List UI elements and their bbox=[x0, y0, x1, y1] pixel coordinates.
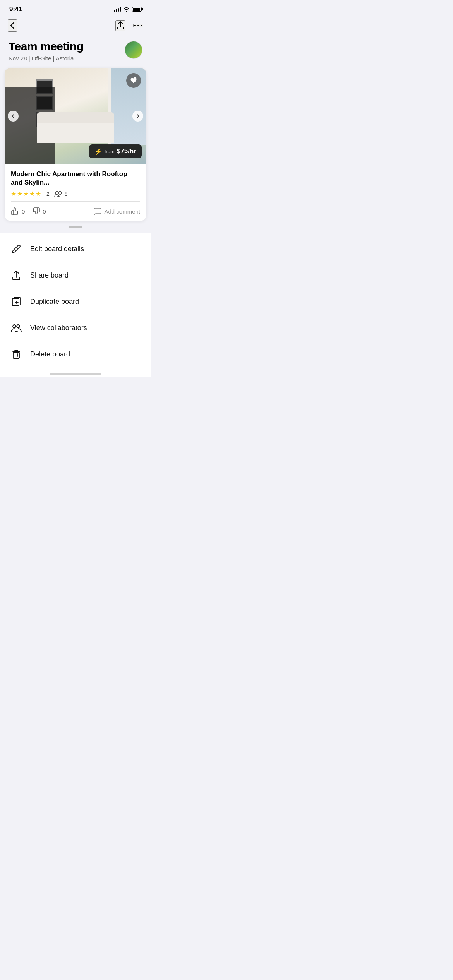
nav-bar bbox=[0, 16, 151, 36]
thumbs-down-button[interactable]: 0 bbox=[32, 207, 46, 216]
back-button[interactable] bbox=[8, 19, 17, 32]
status-bar: 9:41 bbox=[0, 0, 151, 16]
status-time: 9:41 bbox=[9, 5, 22, 13]
image-prev-button[interactable] bbox=[8, 111, 19, 122]
header-text: Team meeting Nov 28 | Off-Site | Astoria bbox=[9, 39, 84, 62]
venue-info: Modern Chic Apartment with Rooftop and S… bbox=[5, 164, 146, 201]
page-title: Team meeting bbox=[9, 39, 84, 53]
vote-actions: 0 0 bbox=[11, 207, 46, 216]
review-count: 2 bbox=[46, 191, 50, 197]
add-comment-button[interactable]: Add comment bbox=[93, 207, 140, 216]
svg-point-1 bbox=[137, 25, 139, 26]
menu-collaborators-label: View collaborators bbox=[30, 324, 87, 332]
thumbs-up-count: 0 bbox=[22, 208, 25, 215]
signal-icon bbox=[114, 7, 121, 12]
nav-actions bbox=[115, 20, 143, 31]
thumbs-down-icon bbox=[32, 207, 40, 216]
menu-item-edit[interactable]: Edit board details bbox=[0, 236, 151, 262]
capacity: 8 bbox=[54, 191, 68, 197]
nav-more-button[interactable] bbox=[133, 24, 143, 27]
menu-item-duplicate[interactable]: Duplicate board bbox=[0, 288, 151, 315]
nav-share-button[interactable] bbox=[115, 20, 125, 31]
svg-point-3 bbox=[55, 191, 58, 194]
menu-item-delete[interactable]: Delete board bbox=[0, 341, 151, 367]
page-header: Team meeting Nov 28 | Off-Site | Astoria bbox=[0, 36, 151, 68]
price-prefix: from bbox=[105, 149, 115, 154]
venue-meta: ★★★★★ 2 8 bbox=[11, 190, 140, 197]
venue-title: Modern Chic Apartment with Rooftop and S… bbox=[11, 170, 140, 187]
svg-point-6 bbox=[13, 325, 16, 328]
capacity-icon bbox=[54, 191, 63, 197]
avatar[interactable] bbox=[125, 41, 142, 59]
svg-point-0 bbox=[134, 25, 136, 26]
wifi-icon bbox=[123, 7, 130, 12]
thumbs-up-button[interactable]: 0 bbox=[11, 207, 25, 216]
image-next-button[interactable] bbox=[132, 111, 143, 122]
comment-icon bbox=[93, 207, 101, 216]
scroll-pill bbox=[69, 226, 82, 228]
venue-image: ⚡ from $75/hr bbox=[5, 68, 146, 164]
svg-point-7 bbox=[17, 325, 20, 328]
menu-item-collaborators[interactable]: View collaborators bbox=[0, 315, 151, 341]
favorite-button[interactable] bbox=[126, 73, 141, 88]
add-comment-label: Add comment bbox=[104, 208, 140, 215]
collaborators-icon bbox=[11, 322, 22, 333]
menu-item-share[interactable]: Share board bbox=[0, 262, 151, 288]
page-subtitle: Nov 28 | Off-Site | Astoria bbox=[9, 55, 84, 62]
menu-edit-label: Edit board details bbox=[30, 245, 84, 253]
share-up-icon bbox=[11, 270, 22, 281]
home-indicator bbox=[0, 370, 151, 377]
duplicate-icon bbox=[11, 296, 22, 307]
bottom-sheet-menu: Edit board details Share board Duplicate… bbox=[0, 233, 151, 370]
scroll-indicator bbox=[0, 224, 151, 229]
thumbs-up-icon bbox=[11, 207, 19, 216]
vote-row: 0 0 Add comment bbox=[5, 202, 146, 221]
star-rating: ★★★★★ bbox=[11, 190, 41, 197]
menu-share-label: Share board bbox=[30, 271, 69, 279]
capacity-value: 8 bbox=[65, 191, 68, 197]
lightning-icon: ⚡ bbox=[94, 148, 102, 155]
svg-point-2 bbox=[141, 25, 142, 26]
trash-icon bbox=[11, 349, 22, 360]
thumbs-down-count: 0 bbox=[43, 208, 46, 215]
decorative-sofa bbox=[37, 120, 114, 143]
battery-icon bbox=[132, 7, 142, 12]
price-badge: ⚡ from $75/hr bbox=[89, 144, 142, 158]
svg-rect-8 bbox=[13, 352, 19, 358]
pencil-icon bbox=[11, 243, 22, 254]
menu-duplicate-label: Duplicate board bbox=[30, 298, 79, 306]
menu-delete-label: Delete board bbox=[30, 350, 70, 358]
venue-card: ⚡ from $75/hr Modern Chic Apartment with… bbox=[5, 68, 146, 221]
home-bar bbox=[50, 373, 101, 375]
svg-point-4 bbox=[58, 191, 61, 194]
status-icons bbox=[114, 7, 142, 12]
price-value: $75/hr bbox=[117, 147, 136, 155]
